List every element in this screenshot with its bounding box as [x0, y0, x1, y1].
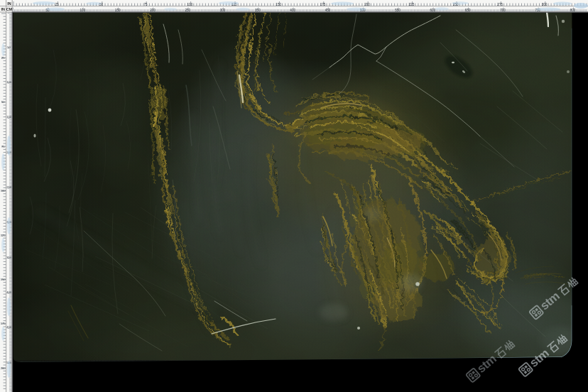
svg-text:700: 700 [500, 9, 506, 12]
svg-text:100: 100 [6, 80, 12, 84]
svg-text:CM: CM [6, 7, 13, 11]
svg-text:350: 350 [255, 9, 261, 12]
svg-text:125: 125 [1, 234, 6, 237]
svg-text:100: 100 [80, 9, 86, 12]
svg-text:250: 250 [185, 9, 190, 12]
svg-text:800: 800 [570, 9, 576, 12]
svg-text:50: 50 [7, 45, 11, 49]
svg-text:250: 250 [6, 185, 12, 189]
svg-text:75: 75 [143, 3, 148, 6]
svg-text:IN: IN [7, 1, 11, 6]
svg-text:200: 200 [364, 3, 370, 6]
svg-text:200: 200 [1, 366, 6, 370]
svg-text:150: 150 [115, 9, 121, 12]
svg-text:175: 175 [320, 3, 326, 6]
svg-text:100: 100 [1, 189, 6, 192]
svg-text:275: 275 [497, 3, 503, 6]
svg-text:150: 150 [6, 115, 12, 119]
svg-text:75: 75 [1, 145, 5, 148]
svg-text:200: 200 [150, 9, 156, 12]
svg-text:450: 450 [6, 325, 12, 329]
svg-text:350: 350 [6, 256, 12, 259]
svg-text:225: 225 [409, 3, 415, 6]
svg-text:300: 300 [542, 3, 548, 6]
svg-text:IN: IN [1, 7, 5, 11]
svg-text:150: 150 [276, 3, 281, 6]
svg-text:300: 300 [220, 9, 226, 12]
svg-text:100: 100 [187, 3, 193, 6]
svg-text:450: 450 [325, 9, 331, 12]
svg-text:650: 650 [465, 9, 471, 12]
svg-text:25: 25 [55, 3, 60, 6]
svg-text:550: 550 [395, 9, 401, 12]
svg-text:175: 175 [1, 322, 6, 325]
svg-text:400: 400 [290, 9, 295, 12]
svg-text:25: 25 [1, 56, 5, 60]
svg-text:50: 50 [1, 100, 5, 104]
svg-text:150: 150 [1, 278, 6, 281]
svg-text:400: 400 [6, 290, 12, 294]
